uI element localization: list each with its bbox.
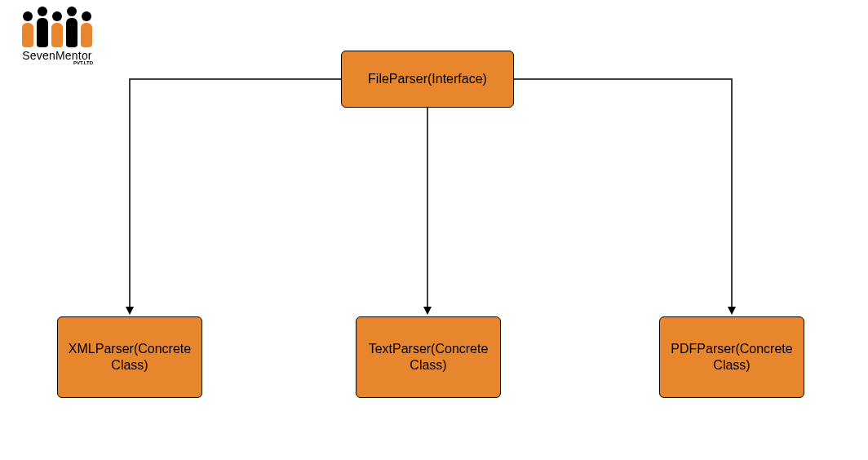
concrete-label: XMLParser(Concrete Class) (69, 341, 191, 374)
concrete-label: TextParser(Concrete Class) (369, 341, 489, 374)
concrete-node-text: TextParser(Concrete Class) (356, 316, 501, 398)
concrete-node-xml: XMLParser(Concrete Class) (57, 316, 202, 398)
brand-logo: SevenMentor PVT.LTD (16, 3, 98, 65)
concrete-node-pdf: PDFParser(Concrete Class) (659, 316, 804, 398)
concrete-label: PDFParser(Concrete Class) (671, 341, 792, 374)
interface-node: FileParser(Interface) (341, 51, 514, 108)
interface-label: FileParser(Interface) (368, 71, 487, 87)
logo-figures-icon (16, 3, 98, 47)
